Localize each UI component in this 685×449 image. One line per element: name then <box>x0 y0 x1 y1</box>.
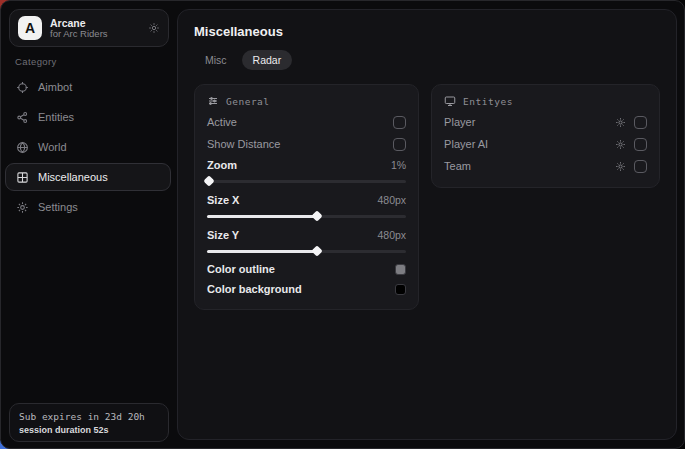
entity-label: Player <box>444 116 475 128</box>
category-section-label: Category <box>15 56 57 67</box>
setting-label: Size X <box>207 194 239 206</box>
sidebar-item-settings[interactable]: Settings <box>5 193 171 221</box>
tab-misc[interactable]: Misc <box>194 50 238 70</box>
size-x-slider[interactable] <box>207 211 406 221</box>
setting-row-show-distance: Show Distance <box>207 133 406 155</box>
setting-label: Color outline <box>207 263 275 275</box>
grid-icon <box>16 171 29 184</box>
slider-thumb[interactable] <box>203 175 214 186</box>
general-panel-title: General <box>226 96 270 107</box>
subscription-card: Sub expires in 23d 20h session duration … <box>9 403 169 442</box>
app-title: Arcane <box>50 17 140 29</box>
gear-icon[interactable] <box>148 22 160 34</box>
sidebar-item-label: Aimbot <box>38 81 72 93</box>
app-subtitle: for Arc Riders <box>50 29 140 40</box>
setting-row-active: Active <box>207 111 406 133</box>
team-checkbox[interactable] <box>634 160 647 173</box>
size-x-value: 480px <box>378 194 407 206</box>
tab-radar[interactable]: Radar <box>242 50 293 70</box>
zoom-slider[interactable] <box>207 176 406 186</box>
setting-label: Active <box>207 116 237 128</box>
entity-row-player-ai: Player AI <box>444 133 647 155</box>
tab-bar: Misc Radar <box>194 50 660 70</box>
entity-row-player: Player <box>444 111 647 133</box>
crosshair-icon <box>16 81 29 94</box>
gear-icon[interactable] <box>615 161 626 172</box>
entity-label: Player AI <box>444 138 488 150</box>
sidebar-item-label: Settings <box>38 201 78 213</box>
setting-label: Zoom <box>207 159 237 171</box>
monitor-icon <box>444 95 456 107</box>
sidebar-item-label: Miscellaneous <box>38 171 108 183</box>
panels-row: General Active Show Distance Zoom 1% <box>194 84 660 310</box>
color-outline-swatch[interactable] <box>395 264 406 275</box>
sidebar-item-aimbot[interactable]: Aimbot <box>5 73 171 101</box>
general-panel: General Active Show Distance Zoom 1% <box>194 84 419 310</box>
app-logo: A <box>18 16 42 40</box>
main-content: Miscellaneous Misc Radar General <box>177 9 677 440</box>
active-checkbox[interactable] <box>393 116 406 129</box>
zoom-value: 1% <box>391 159 406 171</box>
setting-label: Show Distance <box>207 138 280 150</box>
color-background-swatch[interactable] <box>395 284 406 295</box>
player-ai-checkbox[interactable] <box>634 138 647 151</box>
setting-row-size-y: Size Y 480px <box>207 225 406 245</box>
sidebar-item-label: Entities <box>38 111 74 123</box>
entities-icon <box>16 111 29 124</box>
show-distance-checkbox[interactable] <box>393 138 406 151</box>
setting-row-zoom: Zoom 1% <box>207 155 406 175</box>
slider-thumb[interactable] <box>311 245 322 256</box>
setting-row-size-x: Size X 480px <box>207 190 406 210</box>
sidebar-item-entities[interactable]: Entities <box>5 103 171 131</box>
sidebar: A Arcane for Arc Riders Category <box>1 1 176 448</box>
gear-icon <box>16 201 29 214</box>
sidebar-item-world[interactable]: World <box>5 133 171 161</box>
gear-icon[interactable] <box>615 117 626 128</box>
app-window: A Arcane for Arc Riders Category <box>0 0 685 449</box>
setting-label: Size Y <box>207 229 239 241</box>
entities-panel: Entityes Player P <box>431 84 660 188</box>
slider-thumb[interactable] <box>311 210 322 221</box>
subscription-expiry: Sub expires in 23d 20h <box>19 411 159 422</box>
entity-label: Team <box>444 160 471 172</box>
size-y-value: 480px <box>378 229 407 241</box>
setting-label: Color background <box>207 283 302 295</box>
entities-panel-title: Entityes <box>463 96 513 107</box>
setting-row-color-outline: Color outline <box>207 259 406 279</box>
sidebar-item-miscellaneous[interactable]: Miscellaneous <box>5 163 171 191</box>
sliders-icon <box>207 95 219 107</box>
globe-icon <box>16 141 29 154</box>
player-checkbox[interactable] <box>634 116 647 129</box>
size-y-slider[interactable] <box>207 246 406 256</box>
sidebar-nav: Aimbot Entities World <box>5 73 171 221</box>
gear-icon[interactable] <box>615 139 626 150</box>
logo-card[interactable]: A Arcane for Arc Riders <box>9 9 169 47</box>
sidebar-item-label: World <box>38 141 67 153</box>
session-duration: session duration 52s <box>19 425 159 435</box>
entity-row-team: Team <box>444 155 647 177</box>
page-title: Miscellaneous <box>194 24 660 39</box>
setting-row-color-background: Color background <box>207 279 406 299</box>
